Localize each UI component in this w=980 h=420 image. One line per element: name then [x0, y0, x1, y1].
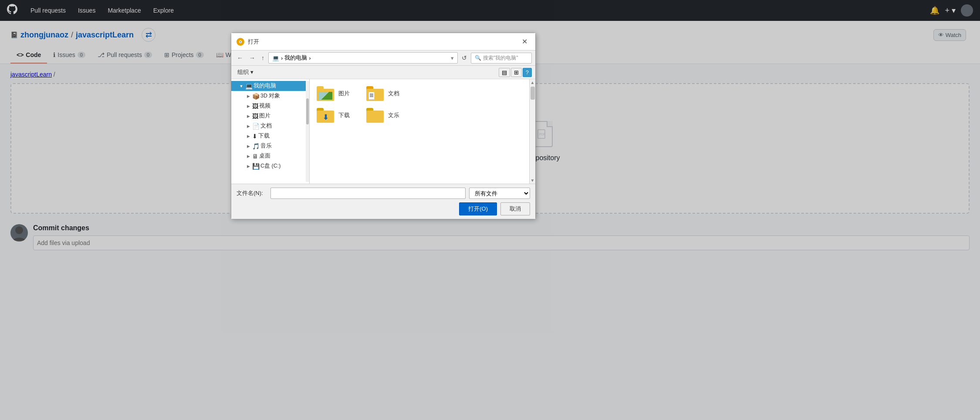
tree-arrow-cdrive: ▶ — [245, 164, 251, 168]
tree-label-documents: 文档 — [260, 122, 272, 130]
path-separator2: › — [309, 55, 311, 61]
tree-arrow-downloads: ▶ — [245, 134, 251, 138]
file-row-1: 图片 — [315, 84, 524, 103]
forward-button[interactable]: → — [247, 53, 257, 63]
tree-label-desktop: 桌面 — [259, 152, 270, 160]
dialog-scrollbar-v[interactable]: ▲ ▼ — [529, 79, 535, 184]
pictures-tree-icon: 🖼 — [252, 113, 258, 120]
path-separator: › — [281, 55, 283, 61]
pictures-folder-icon — [317, 86, 334, 101]
file-label-extra: 文乐 — [388, 112, 399, 119]
up-button[interactable]: ↑ — [259, 53, 267, 63]
search-placeholder: 搜索"我的电脑" — [483, 54, 518, 62]
file-item-documents[interactable]: 文档 — [365, 84, 401, 103]
downloads-folder-icon: ⬇ — [317, 108, 334, 123]
tree-arrow-video: ▶ — [245, 104, 251, 108]
tree-item-3d[interactable]: ▶ 📦 3D 对象 — [231, 91, 309, 101]
footer-row-filename: 文件名(N): 所有文件 — [237, 188, 530, 199]
files-pane: 图片 — [310, 79, 535, 184]
file-item-extra[interactable]: 文乐 — [365, 106, 401, 124]
computer-tree-icon: 💻 — [245, 83, 253, 90]
file-label-documents: 文档 — [388, 90, 399, 97]
scroll-thumb[interactable] — [531, 87, 535, 100]
organize-button[interactable]: 组织 ▾ — [235, 67, 256, 77]
file-label-pictures: 图片 — [338, 90, 350, 97]
dialog-body: ▼ 💻 我的电脑 ▶ 📦 3D 对象 ▶ — [231, 79, 535, 184]
chrome-icon — [237, 38, 244, 46]
file-item-downloads[interactable]: ⬇ 下载 — [315, 106, 351, 124]
filetype-select[interactable]: 所有文件 — [469, 188, 530, 199]
3d-tree-icon: 📦 — [252, 93, 260, 100]
search-icon: 🔍 — [475, 55, 481, 61]
tree-arrow-pictures: ▶ — [245, 114, 251, 118]
tree-label-music: 音乐 — [260, 142, 272, 150]
dialog-title: 打开 — [248, 38, 516, 46]
file-label-downloads: 下载 — [338, 112, 350, 119]
view-tiles-button[interactable]: ⊞ — [511, 68, 522, 77]
refresh-button[interactable]: ↺ — [460, 53, 469, 63]
view-details-button[interactable]: ▤ — [499, 68, 510, 77]
tree-item-video[interactable]: ▶ 🖼 视频 — [231, 101, 309, 111]
svg-point-20 — [240, 41, 241, 42]
tree-label-downloads: 下载 — [258, 132, 270, 140]
filename-label: 文件名(N): — [237, 189, 267, 197]
file-row-2: ⬇ 下载 文乐 — [315, 106, 524, 124]
computer-icon: 💻 — [272, 55, 279, 61]
cancel-button[interactable]: 取消 — [500, 202, 530, 215]
search-bar[interactable]: 🔍 搜索"我的电脑" — [471, 53, 532, 64]
back-button[interactable]: ← — [235, 53, 245, 63]
tree-arrow-3d: ▶ — [245, 94, 251, 98]
folder-tree: ▼ 💻 我的电脑 ▶ 📦 3D 对象 ▶ — [231, 79, 310, 184]
tree-label-3d: 3D 对象 — [260, 92, 280, 100]
video-tree-icon: 🖼 — [252, 103, 258, 110]
footer-buttons: 打开(O) 取消 — [237, 202, 530, 215]
organize-bar: 组织 ▾ ▤ ⊞ ? — [231, 66, 535, 79]
file-list: 图片 — [310, 79, 529, 184]
music-tree-icon: 🎵 — [252, 143, 260, 150]
tree-arrow-music: ▶ — [245, 144, 251, 148]
tree-item-mycomputer[interactable]: ▼ 💻 我的电脑 — [231, 81, 309, 91]
downloads-tree-icon: ⬇ — [252, 133, 257, 140]
tree-label-cdrive: C盘 (C:) — [260, 162, 280, 170]
dialog-titlebar: 打开 ✕ — [231, 33, 535, 50]
tree-item-music[interactable]: ▶ 🎵 音乐 — [231, 141, 309, 151]
path-label: 我的电脑 — [284, 54, 307, 62]
filename-input[interactable] — [270, 188, 466, 199]
tree-item-pictures[interactable]: ▶ 🖼 图片 — [231, 111, 309, 121]
tree-item-desktop[interactable]: ▶ 🖥 桌面 — [231, 151, 309, 161]
tree-item-documents[interactable]: ▶ 📄 文档 — [231, 121, 309, 131]
documents-tree-icon: 📄 — [252, 123, 260, 130]
tree-label-pictures: 图片 — [259, 112, 270, 120]
file-open-dialog: 打开 ✕ ← → ↑ 💻 › 我的电脑 › ▾ ↺ 🔍 搜索"我的电脑" 组织 … — [231, 33, 536, 219]
open-button[interactable]: 打开(O) — [459, 202, 497, 215]
tree-arrow-desktop: ▶ — [245, 154, 251, 158]
dialog-toolbar: ← → ↑ 💻 › 我的电脑 › ▾ ↺ 🔍 搜索"我的电脑" — [231, 50, 535, 66]
path-dropdown-arrow: ▾ — [451, 55, 454, 61]
cdrive-tree-icon: 💾 — [252, 163, 260, 170]
desktop-tree-icon: 🖥 — [252, 153, 258, 160]
dialog-close-button[interactable]: ✕ — [519, 37, 530, 47]
tree-label-video: 视频 — [259, 102, 270, 110]
help-button[interactable]: ? — [523, 68, 532, 77]
dialog-overlay: 打开 ✕ ← → ↑ 💻 › 我的电脑 › ▾ ↺ 🔍 搜索"我的电脑" 组织 … — [0, 0, 980, 257]
documents-folder-icon — [366, 86, 384, 101]
tree-arrow-mycomputer: ▼ — [238, 84, 244, 88]
tree-label-mycomputer: 我的电脑 — [253, 82, 276, 90]
tree-arrow-documents: ▶ — [245, 124, 251, 128]
tree-item-cdrive[interactable]: ▶ 💾 C盘 (C:) — [231, 161, 309, 171]
extra-folder-icon — [366, 108, 384, 123]
path-bar: 💻 › 我的电脑 › ▾ — [268, 52, 458, 64]
view-buttons: ▤ ⊞ ? — [499, 68, 532, 77]
dialog-footer: 文件名(N): 所有文件 打开(O) 取消 — [231, 184, 535, 219]
tree-item-downloads[interactable]: ▶ ⬇ 下载 — [231, 131, 309, 141]
file-item-pictures[interactable]: 图片 — [315, 84, 351, 103]
